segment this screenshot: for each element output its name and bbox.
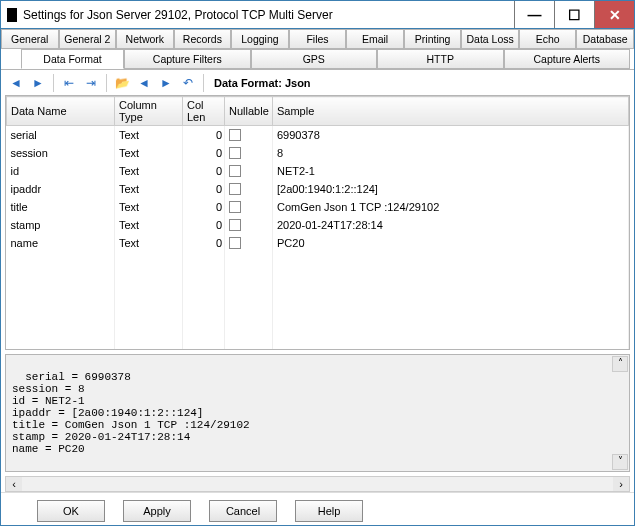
- tab-general[interactable]: General: [1, 29, 59, 48]
- arrow-right2-icon[interactable]: ►: [157, 74, 175, 92]
- cell-sample[interactable]: 6990378: [273, 126, 629, 144]
- horizontal-scrollbar[interactable]: ‹ ›: [5, 476, 630, 492]
- tab-http[interactable]: HTTP: [377, 49, 504, 69]
- cell-len[interactable]: 0: [183, 180, 225, 198]
- tab-printing[interactable]: Printing: [404, 29, 462, 48]
- tab-data-loss[interactable]: Data Loss: [461, 29, 519, 48]
- cell-nullable[interactable]: [225, 126, 273, 144]
- maximize-button[interactable]: ☐: [554, 1, 594, 28]
- cell-len[interactable]: 0: [183, 144, 225, 162]
- checkbox-icon[interactable]: [229, 147, 241, 159]
- cell-sample[interactable]: NET2-1: [273, 162, 629, 180]
- cell-nullable[interactable]: [225, 216, 273, 234]
- cell-name[interactable]: title: [7, 198, 115, 216]
- checkbox-icon[interactable]: [229, 201, 241, 213]
- table-row[interactable]: [7, 342, 629, 351]
- cell-nullable[interactable]: [225, 162, 273, 180]
- checkbox-icon[interactable]: [229, 237, 241, 249]
- table-row[interactable]: nameText0PC20: [7, 234, 629, 252]
- table-row[interactable]: stampText02020-01-24T17:28:14: [7, 216, 629, 234]
- tab-general2[interactable]: General 2: [59, 29, 117, 48]
- cell-len[interactable]: 0: [183, 162, 225, 180]
- indent-right-icon[interactable]: ⇥: [82, 74, 100, 92]
- tab-records[interactable]: Records: [174, 29, 232, 48]
- table-row[interactable]: [7, 324, 629, 342]
- cell-name[interactable]: stamp: [7, 216, 115, 234]
- scroll-left-icon[interactable]: ‹: [6, 477, 22, 491]
- tab-database[interactable]: Database: [576, 29, 634, 48]
- tab-network-options[interactable]: Network Options: [116, 29, 174, 48]
- tab-email[interactable]: Email: [346, 29, 404, 48]
- cell-nullable[interactable]: [225, 180, 273, 198]
- table-row[interactable]: [7, 270, 629, 288]
- close-button[interactable]: ✕: [594, 1, 634, 28]
- cell-name[interactable]: name: [7, 234, 115, 252]
- checkbox-icon[interactable]: [229, 129, 241, 141]
- cell-name[interactable]: session: [7, 144, 115, 162]
- cell-type[interactable]: Text: [115, 162, 183, 180]
- table-row[interactable]: [7, 306, 629, 324]
- cell-sample[interactable]: 8: [273, 144, 629, 162]
- checkbox-icon[interactable]: [229, 183, 241, 195]
- cell-len[interactable]: 0: [183, 198, 225, 216]
- cell-type[interactable]: Text: [115, 126, 183, 144]
- col-col-len[interactable]: Col Len: [183, 97, 225, 126]
- cell-name[interactable]: id: [7, 162, 115, 180]
- col-nullable[interactable]: Nullable: [225, 97, 273, 126]
- cell-type[interactable]: Text: [115, 216, 183, 234]
- checkbox-icon[interactable]: [229, 165, 241, 177]
- cell-sample[interactable]: PC20: [273, 234, 629, 252]
- scroll-right-icon[interactable]: ›: [613, 477, 629, 491]
- checkbox-icon[interactable]: [229, 219, 241, 231]
- cell-sample[interactable]: [2a00:1940:1:2::124]: [273, 180, 629, 198]
- tab-capture-alerts[interactable]: Capture Alerts: [504, 49, 631, 69]
- tab-data-format[interactable]: Data Format: [21, 49, 124, 69]
- col-sample[interactable]: Sample: [273, 97, 629, 126]
- scroll-down-icon[interactable]: ˅: [612, 454, 628, 470]
- tab-gps[interactable]: GPS: [251, 49, 378, 69]
- cell-nullable[interactable]: [225, 198, 273, 216]
- arrow-left-icon[interactable]: ◄: [7, 74, 25, 92]
- cell-sample[interactable]: 2020-01-24T17:28:14: [273, 216, 629, 234]
- ok-button[interactable]: OK: [37, 500, 105, 522]
- cell-type[interactable]: Text: [115, 234, 183, 252]
- toolbar: ◄ ► ⇤ ⇥ 📂 ◄ ► ↶ Data Format: Json: [1, 69, 634, 95]
- table-row[interactable]: ipaddrText0[2a00:1940:1:2::124]: [7, 180, 629, 198]
- table-row[interactable]: serialText06990378: [7, 126, 629, 144]
- cell-len[interactable]: 0: [183, 216, 225, 234]
- table-row[interactable]: [7, 252, 629, 270]
- grid-header-row: Data Name Column Type Col Len Nullable S…: [7, 97, 629, 126]
- tab-echo[interactable]: Echo: [519, 29, 577, 48]
- cancel-button[interactable]: Cancel: [209, 500, 277, 522]
- cell-sample[interactable]: ComGen Json 1 TCP :124/29102: [273, 198, 629, 216]
- indent-left-icon[interactable]: ⇤: [60, 74, 78, 92]
- arrow-right-icon[interactable]: ►: [29, 74, 47, 92]
- col-column-type[interactable]: Column Type: [115, 97, 183, 126]
- cell-nullable[interactable]: [225, 144, 273, 162]
- folder-open-icon[interactable]: 📂: [113, 74, 131, 92]
- cell-nullable[interactable]: [225, 234, 273, 252]
- undo-icon[interactable]: ↶: [179, 74, 197, 92]
- data-format-label: Data Format: Json: [214, 77, 311, 89]
- col-data-name[interactable]: Data Name: [7, 97, 115, 126]
- table-row[interactable]: titleText0ComGen Json 1 TCP :124/29102: [7, 198, 629, 216]
- tab-capture-filters[interactable]: Capture Filters: [124, 49, 251, 69]
- tab-logging[interactable]: Logging: [231, 29, 289, 48]
- help-button[interactable]: Help: [295, 500, 363, 522]
- cell-type[interactable]: Text: [115, 198, 183, 216]
- cell-name[interactable]: ipaddr: [7, 180, 115, 198]
- cell-type[interactable]: Text: [115, 144, 183, 162]
- apply-button[interactable]: Apply: [123, 500, 191, 522]
- minimize-button[interactable]: —: [514, 1, 554, 28]
- scroll-up-icon[interactable]: ˄: [612, 356, 628, 372]
- table-row[interactable]: idText0NET2-1: [7, 162, 629, 180]
- table-row[interactable]: sessionText08: [7, 144, 629, 162]
- cell-len[interactable]: 0: [183, 234, 225, 252]
- arrow-left2-icon[interactable]: ◄: [135, 74, 153, 92]
- cell-len[interactable]: 0: [183, 126, 225, 144]
- tab-files[interactable]: Files: [289, 29, 347, 48]
- data-grid[interactable]: Data Name Column Type Col Len Nullable S…: [5, 95, 630, 350]
- cell-name[interactable]: serial: [7, 126, 115, 144]
- table-row[interactable]: [7, 288, 629, 306]
- cell-type[interactable]: Text: [115, 180, 183, 198]
